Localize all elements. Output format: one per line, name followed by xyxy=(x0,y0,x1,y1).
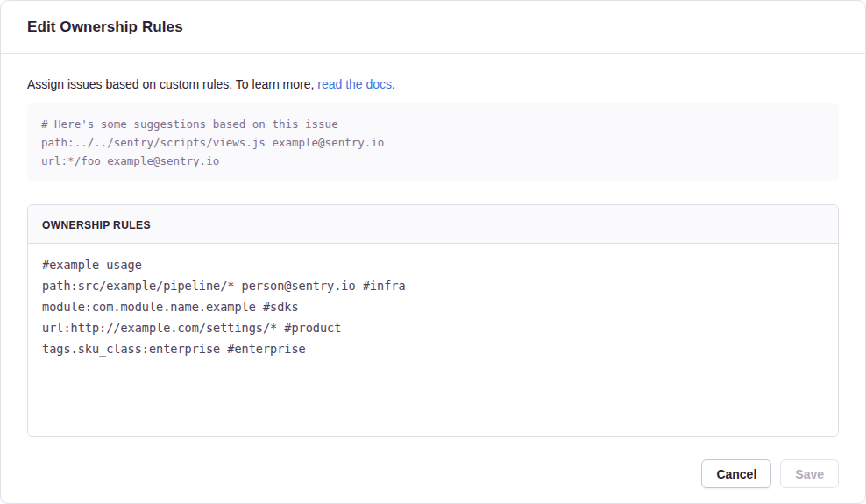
edit-ownership-rules-modal: Edit Ownership Rules Assign issues based… xyxy=(0,0,866,504)
ownership-rules-textarea[interactable]: #example usage path:src/example/pipeline… xyxy=(28,244,838,436)
suggestions-code-block: # Here's some suggestions based on this … xyxy=(27,103,839,181)
save-button[interactable]: Save xyxy=(780,459,839,488)
modal-body: Assign issues based on custom rules. To … xyxy=(1,75,865,437)
modal-header: Edit Ownership Rules xyxy=(1,1,865,54)
suggestion-line: url:*/foo example@sentry.io xyxy=(41,152,825,170)
suggestion-line: path:../../sentry/scripts/views.js examp… xyxy=(41,133,825,152)
rules-panel-header-label: OWNERSHIP RULES xyxy=(42,219,151,231)
read-the-docs-link[interactable]: read the docs xyxy=(317,77,392,91)
ownership-rules-panel: OWNERSHIP RULES #example usage path:src/… xyxy=(27,204,839,437)
suggestion-line: # Here's some suggestions based on this … xyxy=(41,115,825,133)
cancel-button[interactable]: Cancel xyxy=(701,459,771,488)
description-before-link: Assign issues based on custom rules. To … xyxy=(27,77,317,91)
modal-footer: Cancel Save xyxy=(1,459,865,488)
description-text: Assign issues based on custom rules. To … xyxy=(27,75,839,93)
modal-title: Edit Ownership Rules xyxy=(27,18,183,36)
description-after-link: . xyxy=(392,77,395,91)
rules-panel-header: OWNERSHIP RULES xyxy=(28,205,838,244)
